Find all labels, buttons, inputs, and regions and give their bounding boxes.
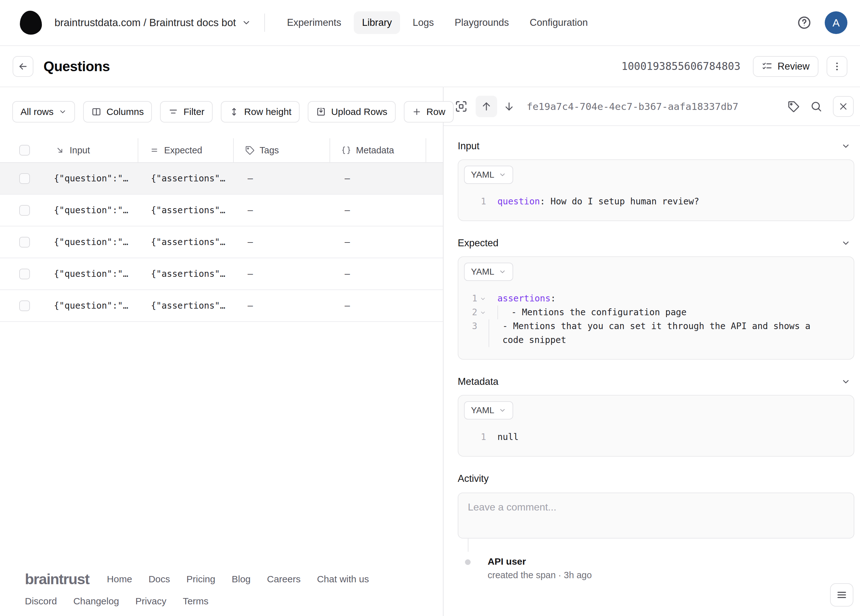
help-icon[interactable] bbox=[797, 16, 811, 30]
line-number: 1 bbox=[472, 292, 477, 306]
cell-input: {"question":"… bbox=[49, 269, 138, 279]
upload-rows-button[interactable]: Upload Rows bbox=[308, 101, 395, 122]
column-header-expected[interactable]: Expected bbox=[138, 138, 233, 162]
chevron-down-icon bbox=[242, 18, 251, 27]
arrow-left-icon bbox=[18, 61, 28, 72]
breadcrumb[interactable]: braintrustdata.com / Braintrust docs bot bbox=[55, 17, 251, 29]
activity-description: created the span · 3h ago bbox=[488, 570, 592, 580]
footer-link-changelog[interactable]: Changelog bbox=[74, 596, 119, 607]
row-checkbox[interactable] bbox=[19, 237, 30, 248]
columns-button[interactable]: Columns bbox=[83, 101, 152, 122]
yaml-value: : bbox=[551, 293, 556, 304]
page-title: Questions bbox=[44, 59, 110, 74]
select-all-checkbox[interactable] bbox=[19, 145, 30, 155]
menu-button[interactable] bbox=[830, 583, 854, 607]
format-dropdown[interactable]: YAML bbox=[464, 263, 513, 281]
review-button[interactable]: Review bbox=[753, 56, 818, 77]
avatar[interactable]: A bbox=[825, 11, 847, 34]
footer-link-docs[interactable]: Docs bbox=[148, 574, 170, 585]
search-icon[interactable] bbox=[810, 100, 822, 113]
chevron-down-icon bbox=[499, 171, 506, 179]
nav-item-configuration[interactable]: Configuration bbox=[522, 11, 596, 34]
collapse-section-icon[interactable] bbox=[841, 377, 851, 386]
braintrust-logo-icon[interactable] bbox=[20, 11, 42, 34]
expand-icon[interactable] bbox=[455, 100, 468, 113]
previous-row-button[interactable] bbox=[476, 96, 497, 117]
nav-item-experiments[interactable]: Experiments bbox=[279, 11, 349, 34]
next-row-button[interactable] bbox=[504, 101, 515, 112]
arrow-down-right-icon bbox=[55, 146, 64, 155]
cell-tags: – bbox=[233, 269, 330, 279]
cell-metadata: – bbox=[330, 269, 425, 279]
row-checkbox[interactable] bbox=[19, 269, 30, 279]
line-number: 1 bbox=[481, 430, 486, 444]
hamburger-icon bbox=[836, 589, 847, 600]
format-dropdown[interactable]: YAML bbox=[464, 401, 513, 420]
comment-input[interactable]: Leave a comment... bbox=[458, 492, 854, 539]
yaml-key: question bbox=[497, 196, 540, 207]
cell-input: {"question":"… bbox=[49, 301, 138, 311]
cell-input: {"question":"… bbox=[49, 237, 138, 247]
section-title-metadata: Metadata bbox=[458, 376, 498, 387]
dataset-table: Input Expected Tags Metadata {"qu bbox=[0, 138, 443, 322]
braintrust-wordmark[interactable]: braintrust bbox=[25, 571, 89, 588]
input-code[interactable]: 1 question: How do I setup human review? bbox=[464, 192, 848, 221]
tag-icon[interactable] bbox=[788, 100, 799, 113]
collapse-section-icon[interactable] bbox=[841, 238, 851, 248]
row-checkbox[interactable] bbox=[19, 301, 30, 311]
fold-icon[interactable] bbox=[480, 296, 486, 302]
nav-item-library[interactable]: Library bbox=[354, 11, 400, 34]
collapse-section-icon[interactable] bbox=[841, 141, 851, 151]
footer-link-terms[interactable]: Terms bbox=[183, 596, 209, 607]
footer-link-discord[interactable]: Discord bbox=[25, 596, 57, 607]
column-header-tags[interactable]: Tags bbox=[233, 138, 330, 162]
table-row[interactable]: {"question":"… {"assertions"… – – bbox=[0, 290, 443, 322]
yaml-value: : How do I setup human review? bbox=[540, 196, 699, 207]
breadcrumb-label: braintrustdata.com / Braintrust docs bot bbox=[55, 17, 236, 29]
nav-item-playgrounds[interactable]: Playgrounds bbox=[446, 11, 517, 34]
metadata-code[interactable]: 1 null bbox=[464, 428, 848, 456]
chevron-down-icon bbox=[59, 108, 67, 116]
cell-expected: {"assertions"… bbox=[138, 237, 233, 247]
row-height-button[interactable]: Row height bbox=[221, 101, 300, 122]
equals-icon bbox=[150, 146, 159, 155]
fold-icon[interactable] bbox=[480, 310, 486, 316]
close-icon bbox=[839, 102, 848, 111]
footer: braintrust Home Docs Pricing Blog Career… bbox=[0, 571, 443, 616]
column-header-spacer bbox=[425, 138, 443, 162]
row-checkbox[interactable] bbox=[19, 205, 30, 216]
table-row[interactable]: {"question":"… {"assertions"… – – bbox=[0, 163, 443, 194]
yaml-key: assertions bbox=[497, 293, 551, 304]
column-header-metadata[interactable]: Metadata bbox=[330, 138, 425, 162]
footer-link-home[interactable]: Home bbox=[107, 574, 132, 585]
columns-label: Columns bbox=[107, 107, 144, 117]
back-button[interactable] bbox=[13, 56, 33, 77]
page-header: Questions 1000193855606784803 Review bbox=[0, 46, 860, 87]
braces-icon bbox=[342, 146, 351, 155]
table-header-row: Input Expected Tags Metadata bbox=[0, 138, 443, 163]
filter-button[interactable]: Filter bbox=[160, 101, 213, 122]
footer-link-careers[interactable]: Careers bbox=[267, 574, 301, 585]
table-row[interactable]: {"question":"… {"assertions"… – – bbox=[0, 258, 443, 290]
footer-link-blog[interactable]: Blog bbox=[232, 574, 250, 585]
detail-panel-header: fe19a7c4-704e-4ec7-b367-aafa18337db7 bbox=[444, 87, 860, 126]
review-label: Review bbox=[777, 61, 810, 72]
format-dropdown[interactable]: YAML bbox=[464, 166, 513, 184]
cell-expected: {"assertions"… bbox=[138, 205, 233, 215]
format-label: YAML bbox=[471, 170, 494, 180]
rows-filter-dropdown[interactable]: All rows bbox=[12, 101, 75, 122]
table-row[interactable]: {"question":"… {"assertions"… – – bbox=[0, 226, 443, 258]
yaml-list-item: - Mentions the configuration page bbox=[497, 306, 686, 319]
expected-code[interactable]: 1 assertions: 2 - Mentions the configura… bbox=[464, 289, 848, 359]
footer-link-pricing[interactable]: Pricing bbox=[187, 574, 215, 585]
table-row[interactable]: {"question":"… {"assertions"… – – bbox=[0, 194, 443, 226]
row-checkbox[interactable] bbox=[19, 173, 30, 184]
column-header-input[interactable]: Input bbox=[49, 138, 138, 162]
more-options-button[interactable] bbox=[827, 56, 847, 77]
footer-link-privacy[interactable]: Privacy bbox=[135, 596, 166, 607]
footer-link-chat[interactable]: Chat with us bbox=[317, 574, 369, 585]
nav-item-logs[interactable]: Logs bbox=[405, 11, 442, 34]
close-panel-button[interactable] bbox=[833, 96, 854, 117]
metadata-code-card: YAML 1 null bbox=[458, 395, 854, 457]
dataset-table-pane: All rows Columns Filter Row height U bbox=[0, 87, 444, 616]
